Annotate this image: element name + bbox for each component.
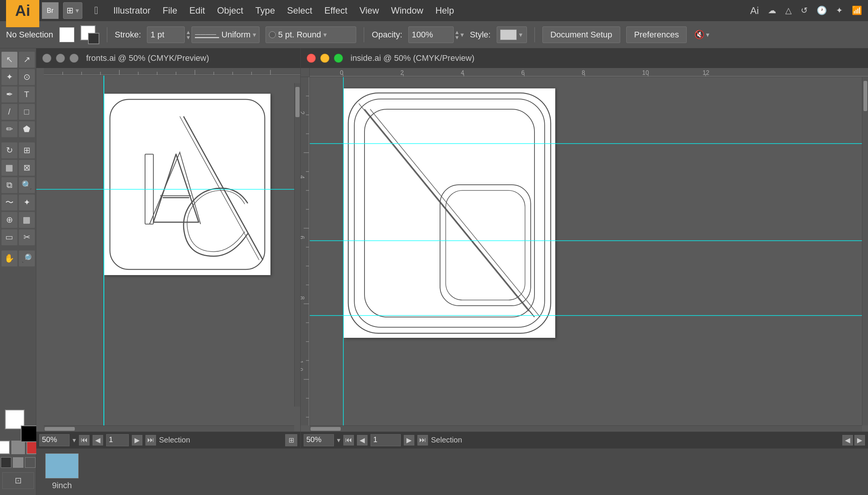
scrollbar-h-right[interactable] [310, 425, 862, 432]
symbol-sprayer-tool[interactable]: ⊕ [1, 212, 18, 228]
menu-edit[interactable]: Edit [183, 4, 211, 17]
toolbox: ↖ ↗ ✦ ⊙ ✒ T / □ ✏ ⬟ ↻ ⊞ ▦ ⊠ ⧉ 🔍 [0, 48, 36, 495]
menu-window[interactable]: Window [385, 4, 429, 17]
text-tool[interactable]: T [19, 86, 35, 103]
zoom-dropdown-right[interactable]: ▾ [337, 436, 340, 444]
doc-left-canvas[interactable] [36, 76, 300, 425]
fill-swatch[interactable] [59, 27, 74, 42]
zoom-dropdown-left[interactable]: ▾ [73, 436, 76, 444]
zoom-input-right[interactable]: 50% [304, 434, 334, 446]
tl-close-left[interactable] [42, 54, 51, 63]
workspace-switcher[interactable]: ⊞ ▾ [63, 2, 82, 19]
tl-minimize-right[interactable] [320, 54, 329, 63]
last-page-btn-left[interactable]: ⏭ [145, 435, 156, 446]
style-dropdown[interactable]: ▾ [497, 26, 527, 43]
stroke-down[interactable]: ▼ [185, 35, 191, 40]
view-mode-other[interactable] [25, 457, 36, 468]
brush-size-dropdown[interactable]: 5 pt. Round ▾ [266, 26, 356, 43]
scrollbar-h-left[interactable] [44, 425, 294, 432]
menu-illustrator[interactable]: Illustrator [107, 4, 157, 17]
transform-tool[interactable]: ⊞ [19, 142, 35, 159]
normal-mode-box[interactable] [0, 441, 10, 454]
thumbnail-item-1[interactable]: 9inch [45, 453, 79, 490]
menu-file[interactable]: File [157, 4, 184, 17]
document-setup-button[interactable]: Document Setup [542, 26, 620, 43]
left-arrow-btn-right[interactable]: ◀ [842, 435, 853, 446]
view-mode-art[interactable] [13, 457, 23, 468]
stroke-up[interactable]: ▲ [185, 29, 191, 35]
pen-tool[interactable]: ✒ [1, 86, 18, 103]
zoom-input-left[interactable]: 50% [39, 434, 70, 446]
zoom-tool[interactable]: 🔎 [19, 250, 35, 267]
slice-tool[interactable]: ✂ [19, 229, 35, 246]
menu-type[interactable]: Type [249, 4, 281, 17]
mask-mode-box[interactable] [11, 441, 25, 454]
doc-right-canvas[interactable] [310, 77, 862, 425]
next-page-btn-right[interactable]: ▶ [404, 435, 414, 446]
tl-maximize-left[interactable] [70, 54, 79, 63]
menu-select[interactable]: Select [281, 4, 318, 17]
blend-tool[interactable]: ⧉ [1, 177, 18, 193]
speaker-control[interactable]: 🔇 ▾ [694, 30, 709, 40]
menu-effect[interactable]: Effect [318, 4, 354, 17]
opacity-up[interactable]: ▲ [454, 29, 460, 35]
artboard-tool[interactable]: ▭ [1, 229, 18, 246]
chart-tool[interactable]: ▦ [19, 212, 35, 228]
tl-close-right[interactable] [307, 54, 316, 63]
rect-tool[interactable]: □ [19, 104, 35, 120]
last-page-btn-right[interactable]: ⏭ [417, 435, 428, 446]
opacity-down[interactable]: ▼ [454, 35, 460, 40]
preferences-button[interactable]: Preferences [626, 26, 687, 43]
rotate-tool[interactable]: ↻ [1, 142, 18, 159]
opacity-input[interactable]: 100% [408, 26, 454, 43]
doc-right-statusbar: 50% ▾ ⏮ ◀ 1 ▶ ⏭ Selection ◀ [301, 432, 868, 448]
stroke-spinner[interactable]: ▲ ▼ [185, 29, 191, 40]
prev-page-btn-left[interactable]: ◀ [93, 435, 103, 446]
stroke-box[interactable] [21, 425, 37, 442]
menu-object[interactable]: Object [211, 4, 249, 17]
first-page-btn-right[interactable]: ⏮ [343, 435, 354, 446]
right-arrow-btn-right[interactable]: ▶ [854, 435, 865, 446]
prev-page-btn-right[interactable]: ◀ [357, 435, 368, 446]
selection-tool[interactable]: ↖ [1, 51, 18, 68]
stroke-value-input[interactable]: 1 pt [147, 26, 185, 43]
scroll-thumb-v-right[interactable] [863, 81, 867, 111]
doc-right: inside.ai @ 50% (CMYK/Preview) 0 2 [301, 48, 868, 448]
scroll-thumb-h-left[interactable] [45, 427, 75, 431]
drive-icon: △ [785, 6, 792, 15]
tl-maximize-right[interactable] [334, 54, 343, 63]
mesh-tool[interactable]: ⊠ [19, 159, 35, 176]
pencil-tool[interactable]: ✏ [1, 121, 18, 138]
page-input-right[interactable]: 1 [371, 434, 401, 446]
thumbnail-label-1: 9inch [52, 481, 72, 490]
grid-icon-btn-left[interactable]: ⊞ [285, 434, 297, 446]
menu-help[interactable]: Help [429, 4, 460, 17]
artboard-right [344, 88, 555, 338]
gradient-tool[interactable]: ▦ [1, 159, 18, 176]
eyedropper-tool[interactable]: 🔍 [19, 177, 35, 193]
menu-view[interactable]: View [354, 4, 385, 17]
view-mode-screen[interactable] [1, 457, 11, 468]
blob-brush-tool[interactable]: ⬟ [19, 121, 35, 138]
scroll-thumb-v-left[interactable] [295, 87, 300, 117]
scroll-thumb-h-right[interactable] [310, 427, 341, 431]
stroke-color-box[interactable] [88, 33, 99, 44]
warp-tool[interactable]: 〜 [1, 194, 18, 211]
sep1 [107, 27, 107, 42]
line-tool[interactable]: / [1, 104, 18, 120]
first-page-btn-left[interactable]: ⏮ [79, 435, 90, 446]
tl-minimize-left[interactable] [56, 54, 65, 63]
scrollbar-v-left[interactable] [294, 83, 300, 407]
page-input-left[interactable]: 1 [106, 434, 129, 446]
freeform-tool[interactable]: ✦ [19, 194, 35, 211]
presentation-mode-btn[interactable]: ⊡ [2, 472, 34, 489]
hand-tool[interactable]: ✋ [1, 250, 18, 267]
stroke-style-dropdown[interactable]: ———— Uniform ▾ [192, 26, 259, 43]
scrollbar-v-right[interactable] [862, 77, 868, 425]
next-page-btn-left[interactable]: ▶ [132, 435, 142, 446]
lasso-tool[interactable]: ⊙ [19, 69, 35, 85]
bridge-logo[interactable]: Br [42, 2, 59, 19]
opacity-spinner[interactable]: ▲ ▼ [454, 29, 460, 40]
magic-wand-tool[interactable]: ✦ [1, 69, 18, 85]
direct-selection-tool[interactable]: ↗ [19, 51, 35, 68]
